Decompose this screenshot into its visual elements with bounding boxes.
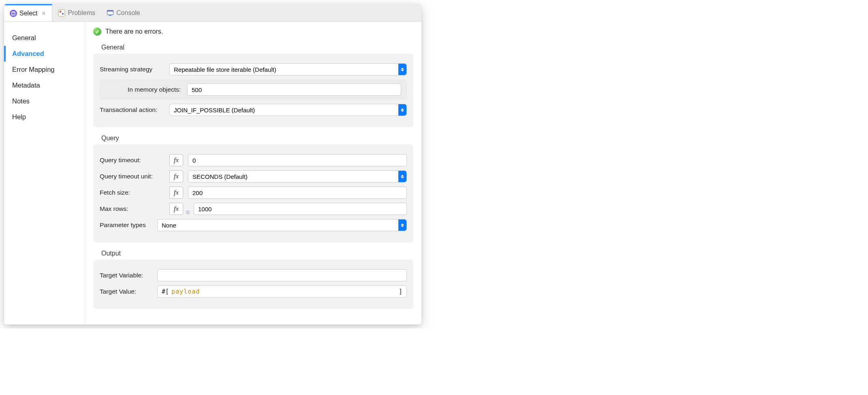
database-icon [10,10,17,17]
svg-rect-6 [107,10,113,11]
expr-keyword: payload [171,288,200,295]
svg-point-4 [62,13,64,15]
input-max-rows[interactable] [194,203,407,215]
svg-point-3 [60,11,62,13]
sidebar: General Advanced Error Mapping Metadata … [4,22,85,324]
select-streaming-strategy[interactable]: Repeatable file store iterable (Default) [169,63,407,75]
label-target-variable: Target Variable: [100,272,152,279]
status-bar: ✔ There are no errors. [93,26,413,41]
fx-button[interactable]: fx [169,203,183,215]
sidebar-item-metadata[interactable]: Metadata [4,77,85,93]
label-streaming-strategy: Streaming strategy [100,66,165,73]
fx-button[interactable]: fx [169,170,183,182]
tab-console-label: Console [116,9,140,17]
svg-point-1 [12,11,15,13]
tab-select[interactable]: Select ✕ [4,4,52,21]
row-query-timeout-unit: Query timeout unit: fx SECONDS (Default) [100,170,407,182]
svg-point-0 [10,10,17,17]
select-parameter-types[interactable]: None [157,219,407,231]
svg-rect-2 [58,10,65,16]
label-max-rows: Max rows: [100,205,165,213]
sidebar-label: Error Mapping [12,66,55,73]
select-value: SECONDS (Default) [192,173,248,180]
label-transactional-action: Transactional action: [100,106,165,114]
select-transactional-action[interactable]: JOIN_IF_POSSIBLE (Default) [169,104,407,116]
section-query: Query timeout: fx Query timeout unit: fx… [93,144,413,243]
tab-bar: Select ✕ Problems Console [4,4,421,22]
row-target-value: Target Value: #[ payload ] [100,286,407,298]
ok-check-icon: ✔ [93,28,101,36]
sidebar-label: Metadata [12,82,40,89]
select-value: None [162,222,176,229]
sidebar-item-error-mapping[interactable]: Error Mapping [4,62,85,77]
sidebar-label: Notes [12,97,30,105]
tab-problems[interactable]: Problems [52,4,101,21]
sidebar-label: Help [12,113,26,120]
fx-button[interactable]: fx [169,187,183,199]
main-content: ✔ There are no errors. General Streaming… [85,22,421,324]
sidebar-item-advanced[interactable]: Advanced [4,46,85,62]
close-icon[interactable]: ✕ [41,10,46,17]
row-max-rows: Max rows: fx ⓘ [100,203,407,215]
row-parameter-types: Parameter types None [100,219,407,231]
chevron-up-down-icon [398,219,406,231]
section-general: Streaming strategy Repeatable file store… [93,54,413,127]
status-message: There are no errors. [105,28,163,35]
section-title-output: Output [101,250,413,257]
row-streaming-strategy: Streaming strategy Repeatable file store… [100,63,407,75]
label-in-memory-objects: In memory objects: [105,86,182,93]
row-target-variable: Target Variable: [100,269,407,281]
section-title-general: General [101,44,413,51]
input-fetch-size[interactable] [188,187,407,199]
label-query-timeout-unit: Query timeout unit: [100,173,165,180]
fx-button[interactable]: fx [169,154,183,166]
select-value: Repeatable file store iterable (Default) [174,66,276,73]
row-fetch-size: Fetch size: fx [100,187,407,199]
section-title-query: Query [101,135,413,142]
select-value: JOIN_IF_POSSIBLE (Default) [174,107,255,114]
console-icon [107,9,114,17]
chevron-up-down-icon [398,171,406,182]
row-transactional-action: Transactional action: JOIN_IF_POSSIBLE (… [100,104,407,116]
label-fetch-size: Fetch size: [100,189,165,196]
problems-icon [58,9,65,17]
chevron-up-down-icon [398,64,406,75]
input-target-variable[interactable] [157,269,407,281]
label-target-value: Target Value: [100,288,152,295]
input-target-value[interactable]: #[ payload ] [157,286,407,298]
section-output: Target Variable: Target Value: #[ payloa… [93,260,413,309]
tab-select-label: Select [19,10,37,17]
sidebar-item-general[interactable]: General [4,30,85,46]
panel-body: General Advanced Error Mapping Metadata … [4,22,421,324]
tab-problems-label: Problems [68,9,95,17]
chevron-up-down-icon [398,104,406,116]
tab-console[interactable]: Console [101,4,146,21]
sidebar-item-help[interactable]: Help [4,109,85,125]
sidebar-label: Advanced [12,50,44,57]
row-in-memory-objects: In memory objects: [100,79,407,100]
label-query-timeout: Query timeout: [100,157,165,164]
expr-suffix: ] [399,288,402,295]
input-in-memory-objects[interactable] [187,84,401,96]
sidebar-label: General [12,34,36,41]
expr-prefix: #[ [162,288,169,295]
config-window: Select ✕ Problems Console [4,4,421,324]
select-query-timeout-unit[interactable]: SECONDS (Default) [188,170,407,182]
svg-rect-7 [109,15,111,16]
sidebar-item-notes[interactable]: Notes [4,93,85,109]
row-query-timeout: Query timeout: fx [100,154,407,166]
input-query-timeout[interactable] [188,154,407,166]
label-parameter-types: Parameter types [100,221,152,229]
info-icon: ⓘ [186,211,190,215]
